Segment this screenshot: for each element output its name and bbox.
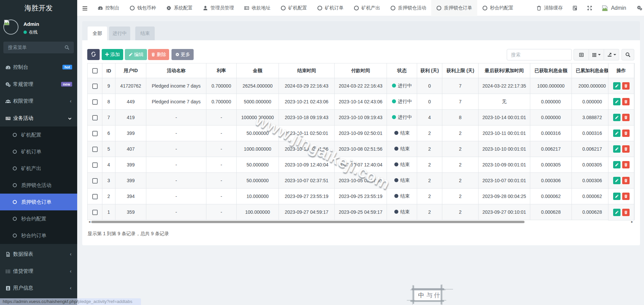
svg-text:与: 与 bbox=[427, 292, 433, 299]
svg-text:中: 中 bbox=[418, 292, 424, 299]
svg-text:什: 什 bbox=[434, 292, 440, 299]
